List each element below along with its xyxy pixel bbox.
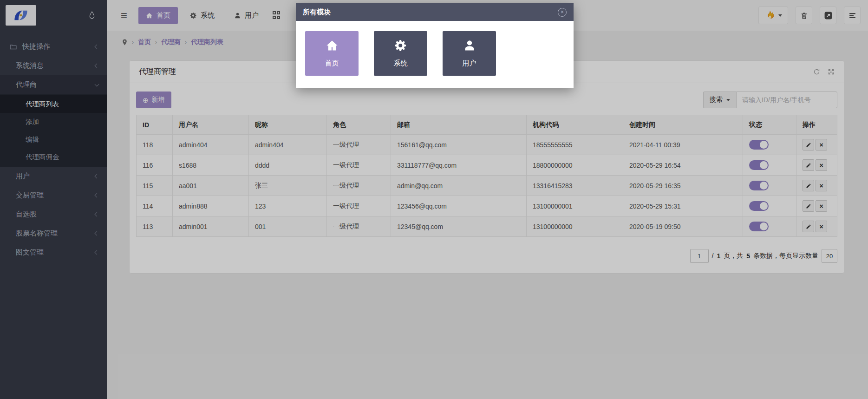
- modal-header: 所有模块: [296, 3, 574, 21]
- home-icon: [326, 39, 339, 52]
- app-root: 快捷操作 系统消息 代理商 代理商列表 添加: [0, 0, 868, 399]
- close-icon[interactable]: [558, 8, 567, 17]
- module-tile-users[interactable]: 用户: [443, 31, 496, 76]
- module-tile-label: 首页: [325, 59, 339, 68]
- module-tile-label: 系统: [394, 59, 408, 68]
- all-modules-modal: 所有模块 首页 系统 用户: [296, 3, 574, 88]
- user-icon: [463, 39, 476, 52]
- modal-title: 所有模块: [303, 8, 331, 17]
- module-tile-label: 用户: [463, 59, 476, 68]
- gear-icon: [394, 39, 407, 52]
- module-tile-system[interactable]: 系统: [374, 31, 427, 76]
- module-tile-home[interactable]: 首页: [305, 31, 359, 76]
- modal-body: 首页 系统 用户: [296, 21, 574, 88]
